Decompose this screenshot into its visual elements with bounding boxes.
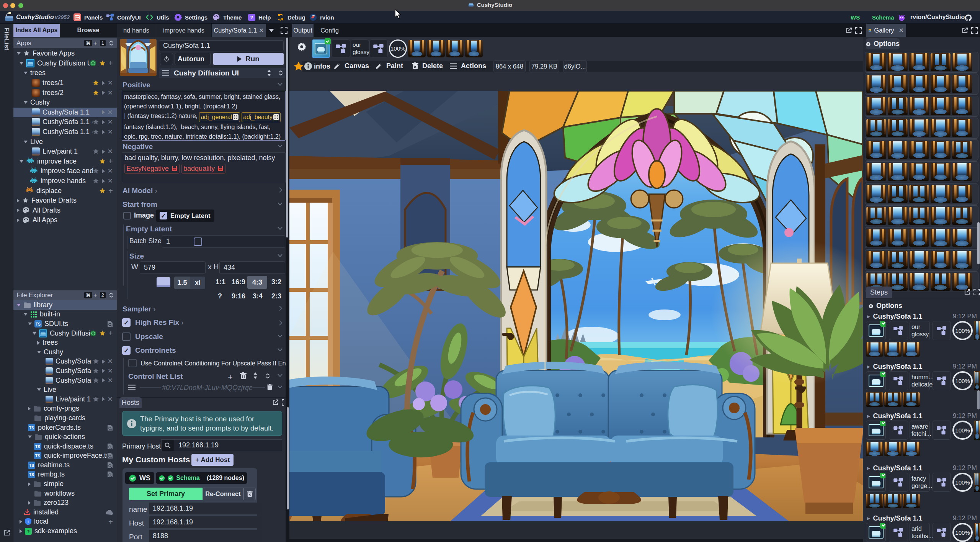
svg-text:?: ? <box>27 529 30 534</box>
svg-text:TS: TS <box>29 426 34 430</box>
svg-text:TS: TS <box>35 454 40 458</box>
svg-text:?: ? <box>250 15 253 20</box>
svg-text:TS: TS <box>29 473 34 477</box>
svg-text:TS: TS <box>35 445 40 449</box>
svg-text:TS: TS <box>36 322 41 326</box>
svg-text:TS: TS <box>29 463 34 468</box>
svg-text:i: i <box>28 519 29 524</box>
